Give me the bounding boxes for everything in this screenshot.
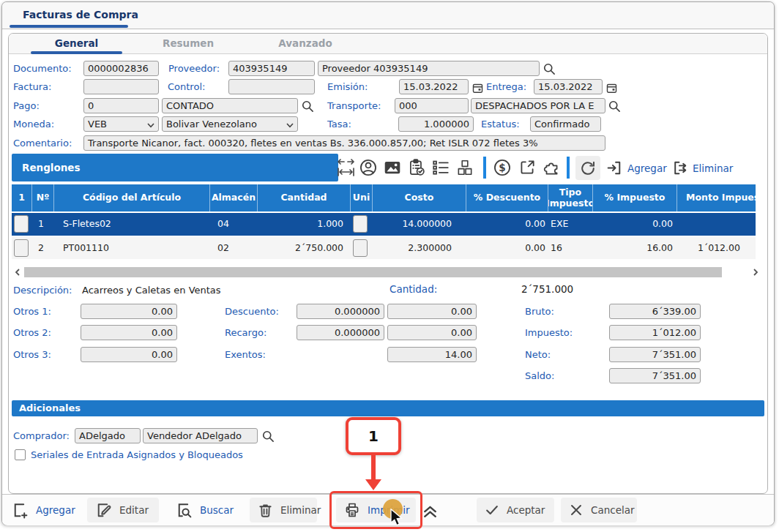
footer-editar-button[interactable]: Editar <box>87 498 159 522</box>
otros1-field[interactable]: 0.00 <box>81 304 177 319</box>
row-add-icon[interactable] <box>605 157 625 178</box>
list-icon[interactable] <box>430 157 450 178</box>
recargo-pct-field[interactable]: 0.000000 <box>297 325 384 340</box>
col-header-almacen[interactable]: Almacén <box>210 184 258 211</box>
footer-aceptar-button[interactable]: Aceptar <box>477 498 554 522</box>
collapse-toolbar-icon[interactable] <box>421 501 439 520</box>
image-icon[interactable] <box>382 157 402 178</box>
open-external-icon[interactable] <box>517 157 537 178</box>
col-header-pct-descuento[interactable]: % Descuento <box>466 184 548 211</box>
exentos-field[interactable]: 14.00 <box>387 347 477 362</box>
grid-navigation-arrows-icon[interactable] <box>336 157 356 178</box>
renglon-agregar-button[interactable]: Agregar <box>627 162 667 174</box>
factura-label: Factura: <box>13 81 51 92</box>
uni-button[interactable] <box>353 215 368 233</box>
recargo-monto-field[interactable]: 0.00 <box>387 325 477 340</box>
col-header-costo[interactable]: Costo <box>373 184 466 211</box>
puzzle-icon[interactable] <box>541 157 561 178</box>
pago-label: Pago: <box>13 100 40 111</box>
scroll-left-icon[interactable] <box>12 267 23 277</box>
transporte-search-icon[interactable] <box>604 96 624 116</box>
comprador-search-icon[interactable] <box>258 426 277 446</box>
moneda-nombre-select[interactable]: Bolivar Venezolano <box>162 116 298 132</box>
col-header-select[interactable]: 1 <box>12 184 32 211</box>
renglon-eliminar-button[interactable]: Eliminar <box>693 162 733 174</box>
moneda-nombre-value: Bolivar Venezolano <box>166 119 257 130</box>
pago-search-icon[interactable] <box>297 96 317 116</box>
refresh-icon[interactable] <box>575 156 600 180</box>
factura-field[interactable] <box>83 79 159 94</box>
row-remove-icon[interactable] <box>671 157 690 178</box>
emision-calendar-icon[interactable] <box>468 78 488 98</box>
tab-general[interactable]: General <box>31 37 122 49</box>
proveedor-search-icon[interactable] <box>539 59 559 79</box>
table-row[interactable]: 1 S-Fletes02 04 1.000 14.000000 0.00 EXE… <box>12 213 756 236</box>
footer-agregar-button[interactable]: Agregar <box>4 498 83 522</box>
col-header-monto-impuesto[interactable]: Monto Impuesto <box>677 184 756 211</box>
table-row[interactable]: 2 PT001110 02 2´750.000 2.300000 0.00 16… <box>12 237 756 259</box>
documento-label: Documento: <box>13 63 72 74</box>
footer-buscar-button[interactable]: Buscar <box>168 498 241 522</box>
comentario-field[interactable]: Transporte Nicanor, fact. 000320, fletes… <box>83 135 605 151</box>
footer-eliminar-button[interactable]: Eliminar <box>250 498 317 522</box>
dollar-icon[interactable]: $ <box>492 157 512 178</box>
col-header-pct-impuesto[interactable]: % Impuesto <box>593 184 677 211</box>
entrega-field[interactable]: 15.03.2022 <box>534 79 603 94</box>
otros3-field[interactable]: 0.00 <box>81 347 177 362</box>
emision-field[interactable]: 15.03.2022 <box>399 79 469 94</box>
cubes-icon[interactable] <box>455 157 474 178</box>
control-field[interactable] <box>228 79 315 94</box>
entrega-calendar-icon[interactable] <box>602 78 622 98</box>
cell-num: 2 <box>32 237 54 259</box>
uni-button[interactable] <box>353 239 368 257</box>
tasa-field[interactable]: 1.000000 <box>398 116 474 132</box>
col-header-num[interactable]: Nº <box>32 184 54 211</box>
descuento-monto-field[interactable]: 0.00 <box>387 304 477 319</box>
footer-cancelar-button[interactable]: Cancelar <box>561 498 637 522</box>
footer-eliminar-label: Eliminar <box>280 504 321 516</box>
transporte-nombre-field[interactable]: DESPACHADOS POR LA E <box>471 98 605 113</box>
otros1-label: Otros 1: <box>13 306 51 317</box>
table-horizontal-scrollbar[interactable] <box>12 267 764 277</box>
tab-avanzado[interactable]: Avanzado <box>258 37 353 49</box>
proveedor-nombre-field[interactable]: Proveedor 403935149 <box>318 61 540 76</box>
bruto-label: Bruto: <box>525 306 554 317</box>
row-select-button[interactable] <box>14 239 29 257</box>
col-header-codigo[interactable]: Código del Artículo <box>54 184 210 211</box>
tab-facturas-de-compra[interactable]: Facturas de Compra <box>23 9 138 20</box>
renglones-header-bar: Renglones <box>12 154 338 181</box>
col-header-cantidad[interactable]: Cantidad <box>258 184 351 211</box>
otros2-field[interactable]: 0.00 <box>81 325 177 340</box>
transporte-codigo-field[interactable]: 000 <box>395 98 469 113</box>
scroll-right-icon[interactable] <box>750 267 761 277</box>
descripcion-value: Acarreos y Caletas en Ventas <box>82 285 221 296</box>
descuento-pct-field[interactable]: 0.000000 <box>297 304 384 319</box>
comprador-codigo-field[interactable]: ADelgado <box>75 428 141 443</box>
proveedor-codigo-field[interactable]: 403935149 <box>228 61 315 76</box>
col-header-tipo-impuesto[interactable]: Tipo Impuesto <box>548 184 593 211</box>
pago-codigo-field[interactable]: 0 <box>83 98 159 113</box>
clipboard-check-icon[interactable] <box>406 157 426 178</box>
moneda-codigo-select[interactable]: VEB <box>83 116 159 132</box>
estatus-field[interactable]: Confirmado <box>530 116 601 132</box>
row-select-button[interactable] <box>14 215 29 233</box>
seriales-checkbox[interactable] <box>15 449 26 460</box>
descuento-label: Descuento: <box>225 306 279 317</box>
screen: Facturas de Compra General Resumen Avanz… <box>0 0 779 532</box>
neto-field[interactable]: 7´351.00 <box>609 347 701 362</box>
comprador-nombre-field[interactable]: Vendedor ADelgado <box>143 428 258 443</box>
cell-cantidad: 2´750.000 <box>258 237 351 259</box>
proveedor-label: Proveedor: <box>168 63 220 74</box>
tab-resumen[interactable]: Resumen <box>141 37 236 49</box>
user-icon[interactable] <box>358 157 378 178</box>
documento-field[interactable]: 0000002836 <box>83 61 159 76</box>
pago-nombre-field[interactable]: CONTADO <box>162 98 298 113</box>
bruto-field[interactable]: 6´339.00 <box>609 304 701 319</box>
footer-cancelar-label: Cancelar <box>591 504 635 516</box>
chevron-down-icon <box>286 123 294 128</box>
adicionales-header-bar: Adicionales <box>12 400 764 416</box>
scrollbar-thumb[interactable] <box>24 267 722 277</box>
col-header-uni[interactable]: Uni <box>351 184 373 211</box>
impuesto-field[interactable]: 1´012.00 <box>609 325 701 340</box>
saldo-field[interactable]: 7´351.00 <box>609 368 701 383</box>
